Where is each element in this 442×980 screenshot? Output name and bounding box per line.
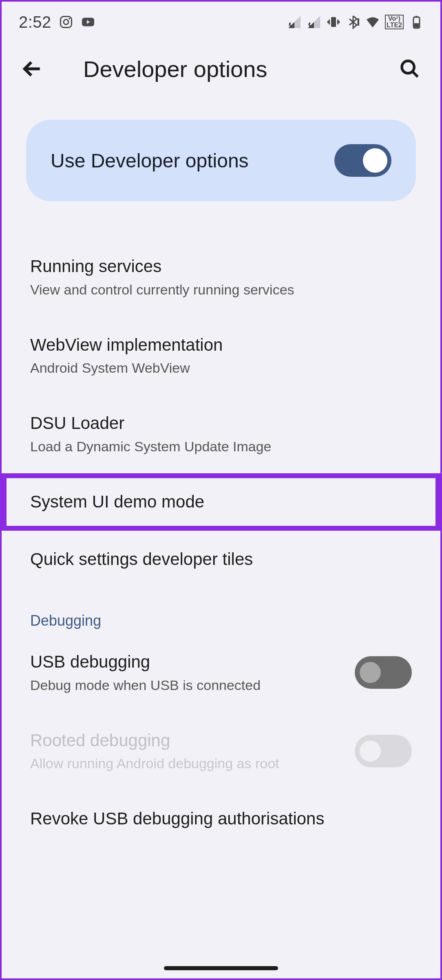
running-services-item[interactable]: Running services View and control curren… (2, 238, 440, 316)
svg-point-1 (64, 20, 69, 24)
toggle-thumb (360, 740, 381, 762)
toggle-switch[interactable] (334, 144, 391, 177)
arrow-left-icon (21, 57, 44, 80)
item-subtitle: View and control currently running servi… (30, 281, 412, 299)
app-header: Developer options (2, 38, 440, 99)
item-subtitle: Debug mode when USB is connected (30, 676, 343, 694)
webview-implementation-item[interactable]: WebView implementation Android System We… (2, 316, 440, 395)
debugging-section-header: Debugging (2, 588, 440, 633)
usb-debugging-item[interactable]: USB debugging Debug mode when USB is con… (2, 633, 440, 712)
item-title: WebView implementation (30, 334, 412, 356)
settings-list: Running services View and control curren… (2, 238, 440, 848)
svg-rect-4 (331, 17, 336, 27)
item-title: Running services (30, 256, 412, 277)
svg-point-9 (402, 61, 414, 73)
quick-settings-tiles-item[interactable]: Quick settings developer tiles (2, 531, 440, 588)
status-bar: 2:52 Vo¹)LTE2 (2, 2, 440, 38)
status-right: Vo¹)LTE2 (287, 15, 423, 29)
youtube-icon (81, 15, 95, 29)
back-button[interactable] (18, 55, 46, 83)
svg-rect-5 (358, 18, 360, 26)
call-signal-icon (287, 15, 302, 29)
item-title: Quick settings developer tiles (30, 549, 412, 570)
item-title: USB debugging (30, 651, 343, 673)
item-title: Rooted debugging (30, 730, 343, 751)
item-subtitle: Android System WebView (30, 359, 412, 377)
wifi-icon (365, 15, 380, 29)
system-ui-demo-mode-item[interactable]: System UI demo mode (2, 473, 440, 531)
vibrate-icon (326, 15, 341, 29)
use-developer-options-label: Use Developer options (51, 149, 249, 172)
item-title: Revoke USB debugging authorisations (30, 808, 412, 830)
revoke-usb-auth-item[interactable]: Revoke USB debugging authorisations (2, 790, 440, 848)
search-button[interactable] (396, 55, 424, 83)
rooted-debugging-toggle (355, 735, 412, 767)
item-subtitle: Allow running Android debugging as root (30, 754, 343, 772)
search-icon (399, 58, 420, 79)
battery-icon (409, 15, 423, 29)
status-time: 2:52 (19, 13, 51, 31)
rooted-debugging-item: Rooted debugging Allow running Android d… (2, 712, 440, 791)
bluetooth-icon (346, 15, 360, 29)
usb-debugging-toggle[interactable] (355, 656, 412, 689)
toggle-thumb (360, 662, 381, 683)
item-title: System UI demo mode (30, 491, 412, 513)
use-developer-options-toggle[interactable]: Use Developer options (26, 120, 416, 201)
item-subtitle: Load a Dynamic System Update Image (30, 437, 412, 455)
call-signal-icon-2 (307, 15, 321, 29)
volte-icon: Vo¹)LTE2 (385, 15, 404, 29)
dsu-loader-item[interactable]: DSU Loader Load a Dynamic System Update … (2, 395, 440, 473)
item-title: DSU Loader (30, 413, 412, 434)
svg-point-2 (69, 18, 70, 20)
gesture-bar[interactable] (164, 966, 278, 970)
svg-rect-8 (414, 23, 419, 28)
instagram-icon (59, 15, 73, 29)
svg-rect-7 (415, 16, 418, 17)
toggle-thumb (363, 148, 387, 173)
page-title: Developer options (83, 56, 267, 82)
status-left: 2:52 (19, 13, 95, 31)
